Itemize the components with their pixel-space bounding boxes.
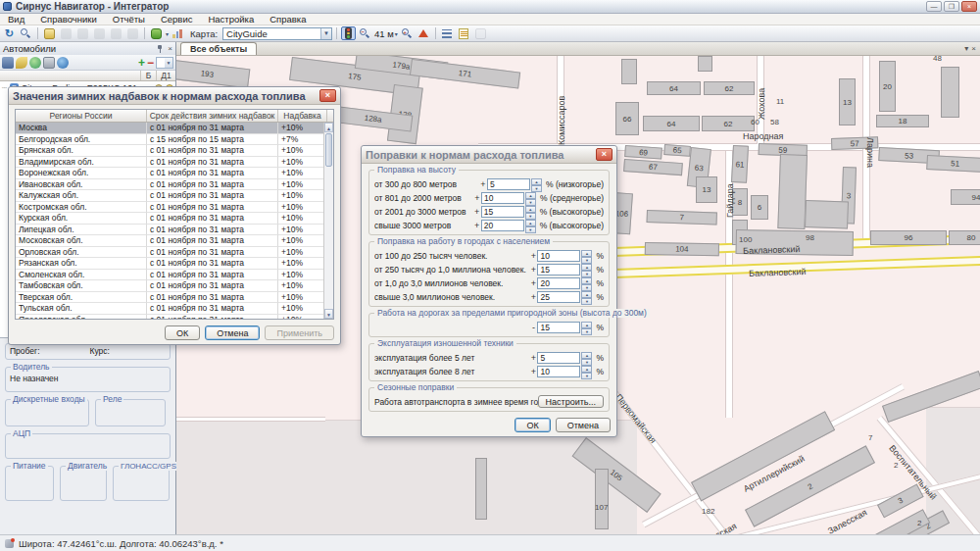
table-row[interactable]: Тверская обл.с 01 ноября по 31 марта+10% (16, 292, 333, 304)
value-input[interactable]: 5 (537, 352, 580, 364)
spinner[interactable]: ▲▼ (581, 366, 592, 377)
add-vehicle-button[interactable]: + (138, 57, 145, 69)
layers-icon[interactable] (125, 26, 140, 40)
column-d1[interactable]: Д1 (156, 71, 175, 80)
value-input[interactable]: 10 (481, 192, 524, 204)
table-row[interactable]: Московская обл.с 01 ноября по 31 марта+1… (16, 235, 333, 247)
zoom-in-icon[interactable]: + (400, 26, 415, 40)
vertical-scrollbar[interactable]: ▲ ▼ (323, 123, 333, 319)
select-icon[interactable] (473, 26, 488, 40)
dialog-title-bar[interactable]: Поправки к нормам расхода топлива × (362, 146, 616, 164)
dialog-close-icon[interactable]: × (319, 89, 336, 102)
spin-down-icon[interactable]: ▼ (525, 213, 536, 220)
menu-item[interactable]: Вид (0, 14, 32, 25)
spin-up-icon[interactable]: ▲ (581, 264, 592, 271)
spin-down-icon[interactable]: ▼ (581, 271, 592, 277)
tab-close-icon[interactable]: × (971, 44, 976, 53)
menu-item[interactable]: Справка (262, 14, 314, 25)
table-row[interactable]: Рязанская обл.с 01 ноября по 31 марта+10… (16, 258, 333, 270)
spin-down-icon[interactable]: ▼ (581, 284, 592, 291)
dialog-close-icon[interactable]: × (596, 148, 612, 161)
chart-icon[interactable] (171, 26, 185, 40)
configure-button[interactable]: Настроить... (538, 395, 604, 408)
globe-icon[interactable] (29, 57, 41, 69)
spin-down-icon[interactable]: ▼ (525, 199, 536, 206)
value-input[interactable]: 10 (537, 366, 580, 377)
table-row[interactable]: Смоленская обл.с 01 ноября по 31 марта+1… (16, 270, 333, 281)
spin-up-icon[interactable]: ▲ (525, 206, 536, 213)
spin-up-icon[interactable]: ▲ (581, 277, 592, 284)
monitor-icon[interactable] (43, 57, 55, 69)
vehicle-dropdown-icon[interactable]: ▾ (166, 30, 169, 37)
table-row[interactable]: Калужская обл.с 01 ноября по 31 марта+10… (16, 190, 333, 202)
column-b[interactable]: Б (140, 71, 156, 80)
value-input[interactable]: 5 (487, 178, 530, 190)
spin-up-icon[interactable]: ▲ (581, 250, 592, 257)
ruler-icon[interactable] (109, 26, 123, 40)
edit-note-icon[interactable] (457, 26, 471, 40)
spinner[interactable]: ▲▼ (581, 352, 592, 364)
menu-item[interactable]: Отчёты (105, 14, 153, 25)
close-button[interactable]: × (961, 1, 977, 12)
spinner[interactable]: ▲▼ (581, 291, 592, 303)
spin-down-icon[interactable]: ▼ (581, 359, 592, 366)
vehicle-icon[interactable] (149, 26, 164, 40)
tab-list-dropdown-icon[interactable]: ▾ (964, 44, 968, 53)
table-row[interactable]: Брянская обл.с 01 ноября по 31 марта+10% (16, 145, 333, 157)
value-input[interactable]: 15 (481, 206, 524, 218)
value-input[interactable]: 25 (537, 291, 580, 303)
spinner[interactable]: ▲▼ (581, 264, 592, 276)
spin-down-icon[interactable]: ▼ (581, 373, 592, 379)
value-input[interactable]: 20 (537, 277, 580, 289)
value-input[interactable]: 15 (537, 322, 580, 333)
menu-item[interactable]: Справочники (32, 14, 105, 25)
cancel-button[interactable]: Отмена (205, 326, 260, 340)
table-row[interactable]: Москвас 01 ноября по 31 марта+10% (16, 123, 333, 134)
column-regions[interactable]: Регионы России (16, 110, 147, 122)
map-globe-icon[interactable] (57, 57, 69, 69)
zoom-level-select[interactable]: 41 м▾ (374, 28, 398, 39)
spinner[interactable]: ▲▼ (581, 250, 592, 262)
dialog-title-bar[interactable]: Значения зимних надбавок к нормам расход… (9, 87, 340, 105)
menu-item[interactable]: Сервис (153, 14, 201, 25)
restore-button[interactable]: ❐ (944, 1, 959, 12)
table-row[interactable]: Тамбовская обл.с 01 ноября по 31 марта+1… (16, 280, 333, 292)
spin-down-icon[interactable]: ▼ (525, 226, 536, 233)
table-row[interactable]: Владимирская обл.с 01 ноября по 31 марта… (16, 157, 333, 169)
scroll-up-icon[interactable]: ▲ (324, 123, 333, 132)
spin-up-icon[interactable]: ▲ (525, 220, 536, 226)
value-input[interactable]: 20 (481, 220, 524, 231)
scrollbar-thumb[interactable] (325, 133, 332, 167)
table-row[interactable]: Ярославская обл.с 01 ноября по 31 марта+… (16, 315, 333, 320)
value-input[interactable]: 10 (537, 250, 580, 262)
table-row[interactable]: Ивановская обл.с 01 ноября по 31 марта+1… (16, 179, 333, 191)
spin-up-icon[interactable]: ▲ (581, 291, 592, 298)
table-row[interactable]: Костромская обл.с 01 ноября по 31 марта+… (16, 202, 333, 214)
table-row[interactable]: Белгородская обл.с 15 ноября по 15 марта… (16, 134, 333, 146)
table-row[interactable]: Липецкая обл.с 01 ноября по 31 марта+10% (16, 225, 333, 236)
scroll-down-icon[interactable]: ▼ (324, 309, 333, 319)
edit-icon[interactable] (16, 57, 27, 69)
spinner[interactable]: ▲▼ (531, 178, 542, 190)
minimize-button[interactable]: — (926, 1, 942, 12)
pin-icon[interactable] (156, 45, 164, 53)
list-icon[interactable] (440, 26, 455, 40)
menu-item[interactable]: Настройка (200, 14, 262, 25)
spinner[interactable]: ▲▼ (525, 192, 536, 204)
table-row[interactable]: Курская обл.с 01 ноября по 31 марта+10% (16, 213, 333, 225)
table-row[interactable]: Воронежская обл.с 01 ноября по 31 марта+… (16, 168, 333, 179)
table-row[interactable]: Тульская обл.с 01 ноября по 31 марта+10% (16, 303, 333, 315)
view-dropdown[interactable]: ▼ (156, 57, 173, 69)
ok-button[interactable]: ОК (514, 418, 550, 432)
chevron-down-icon[interactable]: ▼ (320, 28, 331, 39)
map-source-select[interactable]: CityGuide ▼ (222, 27, 332, 40)
remove-vehicle-button[interactable]: − (147, 58, 154, 68)
redo-icon[interactable] (92, 26, 107, 40)
panel-close-icon[interactable]: × (168, 45, 172, 53)
grid-icon[interactable] (59, 26, 74, 40)
spin-up-icon[interactable]: ▲ (581, 366, 592, 373)
spin-up-icon[interactable]: ▲ (531, 178, 542, 185)
spin-down-icon[interactable]: ▼ (581, 328, 592, 335)
edit-route-icon[interactable] (42, 26, 57, 40)
spin-up-icon[interactable]: ▲ (581, 352, 592, 359)
